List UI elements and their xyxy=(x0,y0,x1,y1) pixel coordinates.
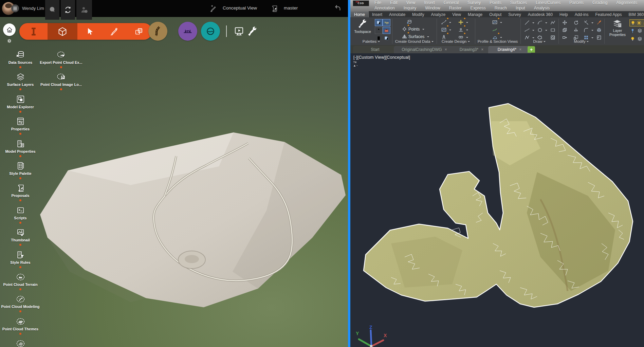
mirror-button[interactable] xyxy=(573,28,578,33)
explode-button[interactable] xyxy=(596,28,602,33)
c3d-logo-button[interactable]: C3D xyxy=(353,0,369,6)
panel-label-palettes[interactable]: Palettes xyxy=(350,39,392,44)
infraworks-logo-button[interactable] xyxy=(19,23,48,40)
draw-circle-button[interactable] xyxy=(537,28,547,33)
bridges-tool-button[interactable] xyxy=(178,22,197,41)
civil3d-viewport[interactable]: [-][Custom View][Conceptual] ?■ ▲~ xyxy=(350,53,644,347)
sidebar-item-style-palette[interactable]: Style Palette xyxy=(0,161,41,183)
sidebar-item-scripts[interactable]: Scripts xyxy=(0,206,41,228)
menu-insert[interactable]: Insert xyxy=(420,0,439,5)
menu-grading[interactable]: Grading xyxy=(588,0,612,5)
profile-tool-button[interactable]: * xyxy=(441,27,451,32)
layer-pin-icon[interactable] xyxy=(630,28,635,33)
model-mode-button[interactable] xyxy=(48,23,77,40)
window-split-divider[interactable] xyxy=(348,0,350,347)
menu-window[interactable]: Window xyxy=(421,6,444,11)
comments-button[interactable] xyxy=(45,0,59,20)
survey-palette-toggle[interactable] xyxy=(375,27,383,34)
draw-pline-button[interactable] xyxy=(550,20,555,25)
sidebar-item-point-cloud-terrain[interactable]: Point Cloud Terrain xyxy=(0,272,41,294)
panel-label-create-ground-data[interactable]: Create Ground Data xyxy=(392,39,437,44)
drainage-tool-button[interactable] xyxy=(201,22,220,41)
tab-drawing4[interactable]: Drawing4*× xyxy=(488,46,531,53)
panel-label-profile-section-views[interactable]: Profile & Section Views xyxy=(475,39,520,44)
ribbon-tab-insert[interactable]: Insert xyxy=(369,12,386,17)
menu-input[interactable]: Input xyxy=(511,6,530,11)
sidebar-item-point-cloud-image[interactable]: Point Cloud Image Lo... xyxy=(36,72,87,94)
tab-drawing3[interactable]: Drawing3*× xyxy=(451,46,492,53)
sidebar-item-surface-layers[interactable]: Surface Layers xyxy=(0,72,41,94)
draw-arc-button[interactable] xyxy=(537,20,547,25)
layer-edit-icon[interactable] xyxy=(637,28,642,33)
close-icon[interactable]: × xyxy=(519,47,521,52)
home-button[interactable] xyxy=(3,23,16,36)
surfaces-dropdown-button[interactable]: * Surfaces xyxy=(402,34,429,39)
copy-button[interactable] xyxy=(562,28,567,33)
close-icon[interactable]: × xyxy=(481,47,483,52)
close-icon[interactable]: × xyxy=(445,47,447,52)
menu-reach[interactable]: Reach xyxy=(490,6,511,11)
rotate-button[interactable] xyxy=(573,20,578,25)
tab-original-crashing-dwg[interactable]: OriginalCrashingDWG× xyxy=(394,46,455,53)
toolspace-button[interactable]: Toolspace xyxy=(353,19,372,34)
move-button[interactable] xyxy=(562,20,567,25)
menu-inquiry[interactable]: Inquiry xyxy=(399,6,421,11)
share-user-button[interactable] xyxy=(76,0,92,20)
sidebar-item-export-point-cloud[interactable]: Export Point Cloud Ex... xyxy=(36,50,87,72)
menu-annotation[interactable]: Annotation xyxy=(370,6,399,11)
menu-general[interactable]: General xyxy=(439,0,463,5)
new-drawing-button[interactable]: + xyxy=(528,46,535,53)
utilities-button[interactable] xyxy=(246,25,259,37)
left-terrain-model[interactable] xyxy=(29,126,348,316)
ribbon-tab-output[interactable]: Output xyxy=(486,12,505,17)
viewport-controls-label[interactable]: [-][Custom View][Conceptual] xyxy=(353,55,410,60)
alignment-tool-button[interactable]: * xyxy=(441,20,451,25)
ribbon-tab-modify[interactable]: Modify xyxy=(409,12,427,17)
menu-edit[interactable]: Edit xyxy=(386,0,402,5)
menu-file[interactable]: File xyxy=(370,0,386,5)
menu-analysis[interactable]: Analysis xyxy=(530,6,554,11)
ribbon-tab-home[interactable]: Home xyxy=(350,11,369,17)
assembly-tool-button[interactable]: * xyxy=(458,27,468,32)
fillet-button[interactable] xyxy=(584,28,593,33)
layer-thaw-sun-icon[interactable] xyxy=(637,20,642,25)
menu-raster[interactable]: Raster xyxy=(445,6,466,11)
profile-view-button[interactable]: * xyxy=(492,20,502,25)
menu-surfaces[interactable]: Surfaces xyxy=(506,0,531,5)
points-dropdown-button[interactable]: * Points xyxy=(402,26,424,32)
menu-points[interactable]: Points xyxy=(485,0,506,5)
menu-survey[interactable]: Survey xyxy=(463,0,485,5)
draw-xline-button[interactable] xyxy=(525,28,534,33)
menu-lines-curves[interactable]: Lines/Curves xyxy=(531,0,565,5)
panel-label-draw[interactable]: Draw xyxy=(520,39,558,44)
user-menu-button[interactable] xyxy=(11,4,19,12)
select-tool-button[interactable] xyxy=(77,23,102,40)
sidebar-item-partial[interactable] xyxy=(0,339,41,347)
undo-icon[interactable] xyxy=(333,4,342,13)
erase-button[interactable] xyxy=(596,20,602,25)
sidebar-item-proposals[interactable]: Proposals xyxy=(0,183,41,205)
sidebar-item-properties[interactable]: Properties xyxy=(0,117,41,139)
menu-alignments[interactable]: Alignments xyxy=(612,0,642,5)
ribbon-tab-annotate[interactable]: Annotate xyxy=(386,12,409,17)
model-branch-label[interactable]: master xyxy=(284,5,298,11)
layer-isolate-icon[interactable] xyxy=(630,36,635,41)
trim-button[interactable] xyxy=(584,20,593,25)
layer-freeze-icon[interactable] xyxy=(637,36,642,41)
roads-tool-button[interactable] xyxy=(148,22,167,41)
sidebar-item-point-cloud-themes[interactable]: Point Cloud Themes xyxy=(0,317,41,339)
settings-gear-icon[interactable] xyxy=(6,38,12,44)
ribbon-tab-bim360[interactable]: BIM 360 xyxy=(625,12,644,17)
sidebar-item-point-cloud-modeling[interactable]: Point Cloud Modeling xyxy=(0,294,41,316)
infraworks-3d-viewport[interactable]: Data Sources Surface Layers Model Explor… xyxy=(0,17,348,347)
menu-view[interactable]: View xyxy=(402,0,420,5)
toolbox-palette-toggle[interactable] xyxy=(383,27,390,34)
sidebar-item-model-properties[interactable]: Model Properties xyxy=(0,139,41,161)
layer-on-bulb-icon[interactable] xyxy=(630,20,636,25)
parcel-tool-button[interactable]: * xyxy=(458,20,468,25)
panel-label-create-design[interactable]: Create Design xyxy=(437,39,475,44)
panel-label-modify[interactable]: Modify xyxy=(558,39,604,44)
sidebar-item-style-rules[interactable]: Style Rules xyxy=(0,250,41,272)
menu-profiles[interactable]: Profiles xyxy=(642,0,644,5)
ribbon-tab-manage[interactable]: Manage xyxy=(464,12,486,17)
